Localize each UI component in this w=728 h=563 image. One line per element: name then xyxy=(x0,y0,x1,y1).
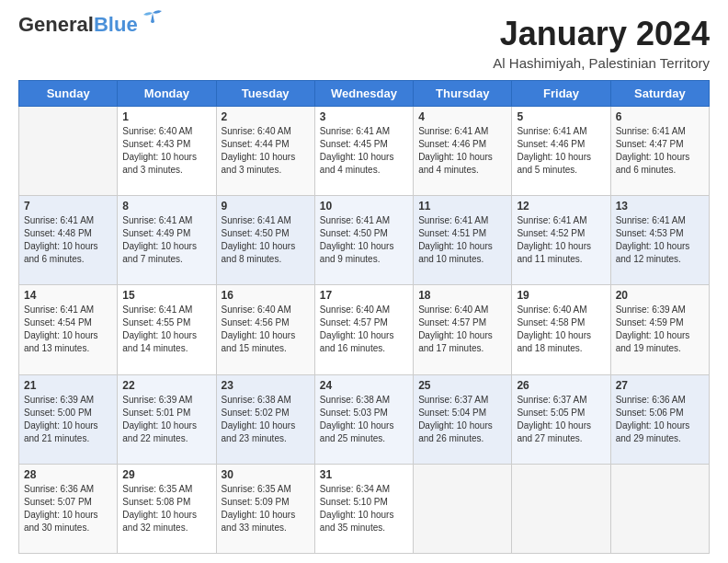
day-info: Sunrise: 6:39 AMSunset: 5:01 PMDaylight:… xyxy=(122,394,210,445)
day-info: Sunrise: 6:41 AMSunset: 4:52 PMDaylight:… xyxy=(517,214,605,266)
day-number: 31 xyxy=(320,468,408,481)
day-number: 17 xyxy=(320,289,408,302)
calendar-cell: 22Sunrise: 6:39 AMSunset: 5:01 PMDayligh… xyxy=(118,374,216,464)
header-friday: Friday xyxy=(512,81,610,107)
header: GeneralBlue January 2024 Al Hashimiyah, … xyxy=(18,15,710,71)
day-number: 15 xyxy=(122,289,210,302)
calendar-cell: 11Sunrise: 6:41 AMSunset: 4:51 PMDayligh… xyxy=(414,196,512,285)
day-info: Sunrise: 6:40 AMSunset: 4:43 PMDaylight:… xyxy=(122,125,210,177)
calendar-cell: 12Sunrise: 6:41 AMSunset: 4:52 PMDayligh… xyxy=(512,196,610,285)
calendar-cell: 27Sunrise: 6:36 AMSunset: 5:06 PMDayligh… xyxy=(610,374,709,464)
calendar-header-row: Sunday Monday Tuesday Wednesday Thursday… xyxy=(19,81,710,107)
day-number: 11 xyxy=(418,200,506,213)
calendar-week-2: 7Sunrise: 6:41 AMSunset: 4:48 PMDaylight… xyxy=(19,196,710,285)
day-info: Sunrise: 6:41 AMSunset: 4:54 PMDaylight:… xyxy=(24,304,112,355)
day-number: 26 xyxy=(517,379,605,392)
header-saturday: Saturday xyxy=(610,81,709,107)
day-number: 9 xyxy=(222,200,310,213)
day-number: 22 xyxy=(122,379,210,392)
calendar-week-4: 21Sunrise: 6:39 AMSunset: 5:00 PMDayligh… xyxy=(19,374,710,464)
day-number: 30 xyxy=(222,468,310,481)
calendar-cell: 4Sunrise: 6:41 AMSunset: 4:46 PMDaylight… xyxy=(414,107,512,196)
title-block: January 2024 Al Hashimiyah, Palestinian … xyxy=(493,15,710,71)
calendar-week-1: 1Sunrise: 6:40 AMSunset: 4:43 PMDaylight… xyxy=(19,107,710,196)
calendar-cell: 1Sunrise: 6:40 AMSunset: 4:43 PMDaylight… xyxy=(118,107,216,196)
day-info: Sunrise: 6:40 AMSunset: 4:44 PMDaylight:… xyxy=(222,125,310,177)
day-info: Sunrise: 6:41 AMSunset: 4:51 PMDaylight:… xyxy=(418,214,506,266)
header-sunday: Sunday xyxy=(19,81,118,107)
calendar-week-5: 28Sunrise: 6:36 AMSunset: 5:07 PMDayligh… xyxy=(19,464,710,553)
day-info: Sunrise: 6:38 AMSunset: 5:03 PMDaylight:… xyxy=(320,394,408,445)
calendar-cell xyxy=(19,107,118,196)
calendar-cell: 31Sunrise: 6:34 AMSunset: 5:10 PMDayligh… xyxy=(314,464,413,553)
calendar-cell: 6Sunrise: 6:41 AMSunset: 4:47 PMDaylight… xyxy=(610,107,709,196)
calendar-cell: 16Sunrise: 6:40 AMSunset: 4:56 PMDayligh… xyxy=(216,285,314,374)
calendar-cell: 29Sunrise: 6:35 AMSunset: 5:08 PMDayligh… xyxy=(118,464,216,553)
calendar-cell: 9Sunrise: 6:41 AMSunset: 4:50 PMDaylight… xyxy=(216,196,314,285)
day-info: Sunrise: 6:36 AMSunset: 5:06 PMDaylight:… xyxy=(616,394,704,445)
day-number: 21 xyxy=(24,379,112,392)
day-number: 4 xyxy=(418,110,506,123)
day-number: 12 xyxy=(517,200,605,213)
day-number: 23 xyxy=(222,379,310,392)
day-number: 28 xyxy=(24,468,112,481)
calendar-cell: 19Sunrise: 6:40 AMSunset: 4:58 PMDayligh… xyxy=(512,285,610,374)
day-number: 10 xyxy=(320,200,408,213)
calendar-cell xyxy=(414,464,512,553)
calendar-cell: 17Sunrise: 6:40 AMSunset: 4:57 PMDayligh… xyxy=(314,285,413,374)
calendar-cell: 25Sunrise: 6:37 AMSunset: 5:04 PMDayligh… xyxy=(414,374,512,464)
day-info: Sunrise: 6:40 AMSunset: 4:57 PMDaylight:… xyxy=(418,304,506,355)
calendar-cell: 5Sunrise: 6:41 AMSunset: 4:46 PMDaylight… xyxy=(512,107,610,196)
calendar-cell: 8Sunrise: 6:41 AMSunset: 4:49 PMDaylight… xyxy=(118,196,216,285)
calendar-cell: 2Sunrise: 6:40 AMSunset: 4:44 PMDaylight… xyxy=(216,107,314,196)
day-info: Sunrise: 6:36 AMSunset: 5:07 PMDaylight:… xyxy=(24,483,112,534)
calendar-week-3: 14Sunrise: 6:41 AMSunset: 4:54 PMDayligh… xyxy=(19,285,710,374)
calendar-cell: 14Sunrise: 6:41 AMSunset: 4:54 PMDayligh… xyxy=(19,285,118,374)
day-number: 2 xyxy=(222,110,310,123)
day-number: 5 xyxy=(517,110,605,123)
day-number: 14 xyxy=(24,289,112,302)
calendar-cell: 15Sunrise: 6:41 AMSunset: 4:55 PMDayligh… xyxy=(118,285,216,374)
day-info: Sunrise: 6:41 AMSunset: 4:50 PMDaylight:… xyxy=(320,214,408,266)
day-info: Sunrise: 6:37 AMSunset: 5:05 PMDaylight:… xyxy=(517,394,605,445)
calendar-cell: 3Sunrise: 6:41 AMSunset: 4:45 PMDaylight… xyxy=(314,107,413,196)
day-number: 25 xyxy=(418,379,506,392)
calendar-cell: 23Sunrise: 6:38 AMSunset: 5:02 PMDayligh… xyxy=(216,374,314,464)
calendar-cell: 21Sunrise: 6:39 AMSunset: 5:00 PMDayligh… xyxy=(19,374,118,464)
day-info: Sunrise: 6:34 AMSunset: 5:10 PMDaylight:… xyxy=(320,483,408,534)
day-info: Sunrise: 6:40 AMSunset: 4:58 PMDaylight:… xyxy=(517,304,605,355)
subtitle: Al Hashimiyah, Palestinian Territory xyxy=(493,55,710,71)
logo: GeneralBlue xyxy=(18,15,165,35)
day-number: 3 xyxy=(320,110,408,123)
day-number: 7 xyxy=(24,200,112,213)
logo-blue: Blue xyxy=(94,13,138,36)
day-info: Sunrise: 6:35 AMSunset: 5:08 PMDaylight:… xyxy=(122,483,210,534)
day-number: 29 xyxy=(122,468,210,481)
calendar-cell: 26Sunrise: 6:37 AMSunset: 5:05 PMDayligh… xyxy=(512,374,610,464)
day-info: Sunrise: 6:41 AMSunset: 4:46 PMDaylight:… xyxy=(517,125,605,177)
header-tuesday: Tuesday xyxy=(216,81,314,107)
day-info: Sunrise: 6:41 AMSunset: 4:48 PMDaylight:… xyxy=(24,214,112,266)
calendar-cell: 30Sunrise: 6:35 AMSunset: 5:09 PMDayligh… xyxy=(216,464,314,553)
day-info: Sunrise: 6:37 AMSunset: 5:04 PMDaylight:… xyxy=(418,394,506,445)
calendar-cell: 20Sunrise: 6:39 AMSunset: 4:59 PMDayligh… xyxy=(610,285,709,374)
calendar-table: Sunday Monday Tuesday Wednesday Thursday… xyxy=(18,80,710,554)
calendar-cell: 10Sunrise: 6:41 AMSunset: 4:50 PMDayligh… xyxy=(314,196,413,285)
logo-general: General xyxy=(18,13,94,36)
day-number: 18 xyxy=(418,289,506,302)
day-info: Sunrise: 6:38 AMSunset: 5:02 PMDaylight:… xyxy=(222,394,310,445)
calendar-cell: 24Sunrise: 6:38 AMSunset: 5:03 PMDayligh… xyxy=(314,374,413,464)
day-number: 6 xyxy=(616,110,704,123)
day-info: Sunrise: 6:39 AMSunset: 4:59 PMDaylight:… xyxy=(616,304,704,355)
header-monday: Monday xyxy=(118,81,216,107)
calendar-cell: 18Sunrise: 6:40 AMSunset: 4:57 PMDayligh… xyxy=(414,285,512,374)
day-info: Sunrise: 6:41 AMSunset: 4:47 PMDaylight:… xyxy=(616,125,704,177)
main-title: January 2024 xyxy=(493,15,710,53)
page: GeneralBlue January 2024 Al Hashimiyah, … xyxy=(0,0,728,563)
day-number: 24 xyxy=(320,379,408,392)
day-info: Sunrise: 6:35 AMSunset: 5:09 PMDaylight:… xyxy=(222,483,310,534)
day-info: Sunrise: 6:40 AMSunset: 4:56 PMDaylight:… xyxy=(222,304,310,355)
day-info: Sunrise: 6:41 AMSunset: 4:55 PMDaylight:… xyxy=(122,304,210,355)
calendar-cell: 13Sunrise: 6:41 AMSunset: 4:53 PMDayligh… xyxy=(610,196,709,285)
day-info: Sunrise: 6:41 AMSunset: 4:45 PMDaylight:… xyxy=(320,125,408,177)
